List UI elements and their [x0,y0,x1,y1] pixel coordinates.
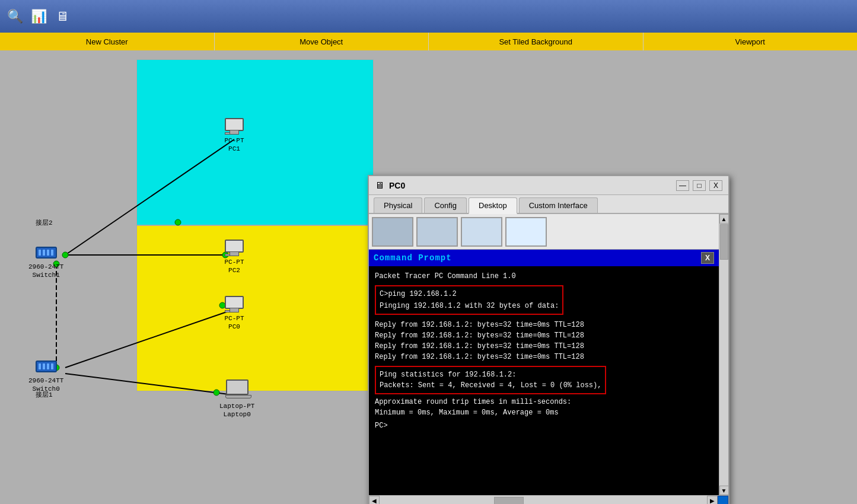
icon-panel-2[interactable] [416,217,458,247]
cmd-reply-3: Reply from 192.168.1.2: bytes=32 time=0m… [375,341,713,352]
network-diagram: PC-PTPC1 PC-PTPC2 PC-PTPC0 [12,59,368,391]
annotation-text: 这里显示0%loss，说明两台机器之间数据传输没有丢失，表示它们之间的连通是成功… [594,495,713,495]
dialog-title-icon: 🖥 [375,180,384,191]
dialog-maximize-btn[interactable]: □ [693,180,706,191]
menu-move-object[interactable]: Move Object [215,33,429,50]
chart-icon[interactable]: 📊 [30,8,47,25]
cmd-prompt: PC> [375,420,713,431]
cmd-pinging: Pinging 192.168.1.2 with 32 bytes of dat… [380,301,559,311]
canvas-area: PC-PTPC1 PC-PTPC2 PC-PTPC0 [0,50,857,504]
top-toolbar: 🔍 📊 🖥 [0,0,857,33]
scroll-down-arrow[interactable]: ▼ [719,486,729,495]
net-label-2: 接层2 [36,218,53,227]
icon-panels [369,214,719,250]
cluster-yellow [136,225,374,391]
cmd-line-header: Packet Tracer PC Command Line 1.0 [375,271,713,282]
horizontal-scrollbar[interactable]: ◀ ▶ [369,495,728,504]
device-switch1[interactable]: 2960-24TTSwitch1 [28,242,63,280]
cmd-ping-cmd: C>ping 192.168.1.2 [380,289,559,299]
hscroll-thumb[interactable] [494,497,524,504]
cmd-close-btn[interactable]: X [701,252,714,264]
cmd-stat-header: Ping statistics for 192.168.1.2: [380,369,601,380]
cmd-stats-row: Ping statistics for 192.168.1.2: Packets… [375,366,713,394]
tab-desktop[interactable]: Desktop [469,197,517,214]
hscroll-end-btn[interactable] [718,496,728,505]
device-pc2-label: PC-PTPC2 [224,258,244,275]
cmd-reply-4: Reply from 192.168.1.2: bytes=32 time=0m… [375,352,713,362]
dialog-tabs: Physical Config Desktop Custom Interface [369,195,728,214]
cmd-stat-packets: Packets: Sent = 4, Received = 4, Lost = … [380,380,601,391]
icon-panel-3[interactable] [461,217,502,247]
tab-physical[interactable]: Physical [374,197,422,213]
device-pc2[interactable]: PC-PTPC2 [222,237,246,275]
network-icon[interactable]: 🖥 [53,8,71,25]
device-laptop0-label: Laptop-PTLaptop0 [219,402,254,419]
scroll-thumb[interactable] [720,224,728,260]
highlight-box-2: Ping statistics for 192.168.1.2: Packets… [375,366,606,394]
cmd-reply-2: Reply from 192.168.1.2: bytes=32 time=0m… [375,330,713,341]
command-prompt-window: Command Prompt X Packet Tracer PC Comman… [369,250,719,495]
icon-panel-4[interactable] [505,217,547,247]
device-pc1-label: PC-PTPC1 [224,136,244,154]
menu-new-cluster[interactable]: New Cluster [0,33,215,50]
cmd-reply-1: Reply from 192.168.1.2: bytes=32 time=0m… [375,320,713,330]
hscroll-track[interactable] [380,496,707,504]
device-laptop0[interactable]: Laptop-PTLaptop0 [219,377,254,419]
device-pc0-label: PC-PTPC0 [224,314,244,331]
cmd-titlebar: Command Prompt X [369,250,719,266]
cmd-replies: Reply from 192.168.1.2: bytes=32 time=0m… [375,320,713,362]
device-switch1-label: 2960-24TTSwitch1 [28,263,63,280]
menu-set-tiled-background[interactable]: Set Tiled Background [429,33,643,50]
dialog-close-btn[interactable]: X [709,180,722,191]
cluster-cyan [136,59,374,225]
device-pc0[interactable]: PC-PTPC0 [222,294,246,331]
dialog-controls: — □ X [676,180,722,191]
cmd-approx: Approximate round trip times in milli-se… [375,397,713,407]
cmd-title: Command Prompt [374,253,452,263]
device-switch0[interactable]: 2960-24TTSwitch0 [28,356,63,394]
cmd-minmax: Minimum = 0ms, Maximum = 0ms, Average = … [375,407,713,418]
net-label-1: 接层1 [36,390,53,399]
dialog-title-text: PC0 [389,181,676,190]
tab-config[interactable]: Config [424,197,467,213]
scroll-track[interactable] [719,224,728,486]
tab-custom-interface[interactable]: Custom Interface [519,197,598,213]
highlight-box-1: C>ping 192.168.1.2 Pinging 192.168.1.2 w… [375,285,563,315]
menu-bar: New Cluster Move Object Set Tiled Backgr… [0,33,857,50]
magnifier-icon[interactable]: 🔍 [6,8,24,25]
icon-panel-1[interactable] [372,217,413,247]
menu-viewport[interactable]: Viewport [643,33,858,50]
inner-content: Command Prompt X Packet Tracer PC Comman… [369,214,719,495]
dialog-titlebar: 🖥 PC0 — □ X [369,176,728,195]
scroll-up-arrow[interactable]: ▲ [719,214,729,224]
dialog-minimize-btn[interactable]: — [676,180,689,191]
vertical-scrollbar[interactable]: ▲ ▼ [719,214,728,495]
hscroll-left-arrow[interactable]: ◀ [369,496,380,505]
device-pc1[interactable]: PC-PTPC1 [222,116,246,154]
cmd-body[interactable]: Packet Tracer PC Command Line 1.0 C>ping… [369,266,719,495]
hscroll-right-arrow[interactable]: ▶ [707,496,718,505]
pc0-dialog: 🖥 PC0 — □ X Physical Config Desktop Cust… [368,175,729,504]
dialog-content-area: Command Prompt X Packet Tracer PC Comman… [369,214,728,495]
